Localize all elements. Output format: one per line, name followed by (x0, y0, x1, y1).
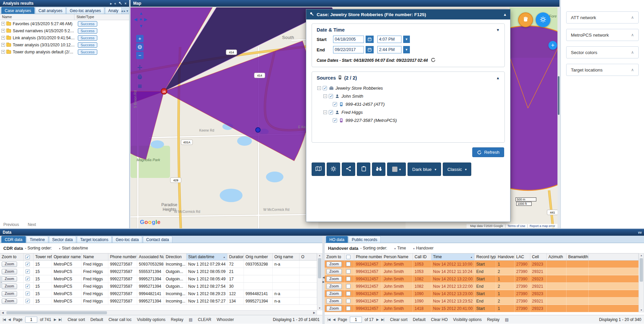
pager-link-whooster[interactable]: Whooster (217, 317, 234, 322)
refresh-button[interactable]: Refresh (472, 147, 504, 157)
theme-dropdown[interactable]: Dark blue▾ (408, 163, 441, 176)
settings-button[interactable] (327, 163, 340, 176)
select-all-checkbox[interactable] (25, 255, 30, 259)
print-grid-icon[interactable]: ▤ (505, 317, 508, 322)
row-checkbox[interactable] (346, 269, 351, 274)
row-checkbox[interactable] (346, 284, 351, 288)
zoom-to-button[interactable]: Zoom (2, 269, 17, 274)
collapse-node-icon[interactable]: − (323, 110, 327, 114)
handover-row[interactable]: Zoom9994312457John Smith1418Nov 15 2012 … (325, 305, 639, 312)
compass-center-icon[interactable]: ◆ (140, 17, 142, 21)
zoom-in-button[interactable]: + (136, 35, 144, 42)
row-checkbox[interactable] (346, 277, 351, 281)
close-panel-icon[interactable]: × (124, 2, 126, 5)
handover-row[interactable]: Zoom9994312457John Smith1053Nov 14 2012 … (325, 261, 639, 268)
zoom-to-button[interactable]: Zoom (2, 284, 17, 289)
page-input[interactable] (25, 317, 37, 323)
cdr-row[interactable]: Zoom15MetroPCSFred Higgs9992273587999527… (0, 283, 317, 290)
zoom-to-button[interactable]: Zoom (2, 291, 17, 296)
collapse-panel-icon[interactable]: ∨∨ (638, 231, 641, 234)
expand-icon[interactable]: + (1, 22, 5, 26)
handover-row[interactable]: Zoom9994312457John Smith1090Nov 14 2012 … (325, 290, 639, 297)
ho-sort-key-time[interactable]: ▲Time (394, 246, 406, 250)
tab-case-analyses[interactable]: Case analyses (1, 7, 35, 14)
end-time-input[interactable] (377, 46, 401, 53)
zoom-to-button[interactable]: Zoom (326, 306, 342, 311)
pager-link-clear-sort[interactable]: Clear sort (390, 317, 408, 322)
pan-left-icon[interactable]: ◀ (134, 17, 137, 22)
column-header-handover[interactable]: Handover (496, 253, 515, 260)
tab-geo-loc-data[interactable]: Geo-loc data (112, 236, 142, 243)
column-header-orig-name[interactable]: Orig name (273, 253, 300, 260)
status-badge[interactable]: Success (78, 28, 97, 34)
data-splitter[interactable]: ◀▶ (322, 236, 325, 324)
chevron-down-icon[interactable]: ▼ (496, 28, 500, 32)
link-analysis-button[interactable] (342, 163, 355, 176)
row-checkbox[interactable] (346, 291, 351, 296)
tab-geo-loc-analyses[interactable]: Geo-loc analyses (66, 7, 104, 14)
analysis-tree-row[interactable]: +Tower analysis (3/31/2020 10:12:08...Su… (0, 41, 129, 48)
chevron-up-icon[interactable]: ▲ (496, 76, 500, 80)
pager-link-visibility-options[interactable]: Visibility options (453, 317, 482, 322)
accordion-metropcs-network[interactable]: MetroPCS network∧ (566, 29, 639, 41)
zoom-to-button[interactable]: Zoom (326, 298, 342, 304)
next-page-button[interactable]: ▶ (376, 318, 379, 321)
zoom-to-button[interactable]: Zoom (326, 262, 342, 267)
case-dialog-header[interactable]: Case: Jewelry Store Robberies (File numb… (306, 9, 510, 19)
column-header-checkbox[interactable] (24, 253, 34, 260)
pager-link-clear-sort[interactable]: Clear sort (67, 317, 85, 322)
start-time-dropdown[interactable]: ▼ (403, 36, 410, 43)
map-vertical-scrollbar[interactable] (557, 7, 560, 228)
analysis-tree-row[interactable]: +Link analysis (3/31/2020 9:41:54 AM)Suc… (0, 34, 129, 41)
pan-tool-icon[interactable] (136, 64, 144, 71)
tab-sector-data[interactable]: Sector data (49, 236, 76, 243)
first-page-button[interactable]: |◀ (3, 318, 5, 321)
status-badge[interactable]: Success (78, 21, 97, 27)
select-all-checkbox[interactable] (346, 255, 351, 259)
cdr-row[interactable]: Zoom15MetroPCSFred Higgs9992273587509370… (0, 261, 317, 268)
pager-link-default[interactable]: Default (413, 317, 426, 322)
expand-icon[interactable]: + (1, 50, 5, 54)
analysis-tree-row[interactable]: +Favorites (4/15/2020 5:27:46 AM)Success (0, 20, 129, 27)
pan-down-icon[interactable]: ▼ (139, 24, 143, 29)
tab-timeline[interactable]: Timeline (26, 236, 48, 243)
expand-icon[interactable]: + (1, 36, 5, 40)
zoom-to-button[interactable]: Zoom (2, 298, 17, 304)
handover-row[interactable]: Zoom9994312457John Smith1053Nov 14 2012 … (325, 268, 639, 275)
row-checkbox[interactable] (25, 291, 30, 296)
cdr-vertical-scrollbar[interactable]: ▲▼ (317, 253, 322, 310)
column-header-direction[interactable]: Direction (164, 253, 186, 260)
pager-link-clear-ho[interactable]: Clear HO (431, 317, 448, 322)
status-badge[interactable]: Success (78, 42, 97, 48)
pager-link-default[interactable]: Default (90, 317, 103, 322)
row-checkbox[interactable] (25, 269, 30, 274)
search-button[interactable] (372, 163, 385, 176)
cdr-sort-key[interactable]: ▲Start date/time (59, 246, 88, 250)
expand-panel-icon[interactable]: ▸ (110, 2, 112, 5)
cdr-row[interactable]: Zoom15MetroPCSFred Higgs9992273587555537… (0, 268, 317, 275)
reset-dates-icon[interactable] (431, 57, 436, 63)
column-header-record-type[interactable]: Record type (475, 253, 496, 260)
collapse-panel-icon[interactable]: « (114, 2, 116, 5)
end-date-input[interactable] (333, 46, 364, 53)
prev-page-button[interactable]: ◀ (8, 318, 10, 321)
start-calendar-button[interactable] (366, 36, 374, 43)
row-checkbox[interactable] (346, 299, 351, 303)
column-header-phone-number[interactable]: Phone number (354, 253, 382, 260)
analysis-tree-row[interactable]: +Saved narratives (4/15/2020 5:27:4...Su… (0, 27, 129, 34)
last-page-button[interactable]: ▶| (59, 318, 61, 321)
accordion-sector-colors[interactable]: Sector colors∧ (566, 46, 639, 58)
source-tree-row[interactable]: −John Smith (317, 92, 500, 100)
prev-page-button[interactable]: ◀ (333, 318, 335, 321)
row-checkbox[interactable] (346, 262, 351, 266)
report-map-error-link[interactable]: Report a map error (527, 224, 557, 228)
row-checkbox[interactable] (25, 277, 30, 281)
row-checkbox[interactable] (25, 284, 30, 288)
zoom-to-button[interactable]: Zoom (2, 276, 17, 282)
column-header-checkbox[interactable] (344, 253, 354, 260)
end-time-dropdown[interactable]: ▼ (403, 46, 410, 53)
column-header-zoom-to[interactable]: Zoom to (0, 253, 24, 260)
sources-section-header[interactable]: Sources (2 / 2) ▲ (317, 75, 500, 81)
source-checkbox[interactable] (329, 94, 333, 98)
page-input[interactable] (350, 317, 362, 323)
